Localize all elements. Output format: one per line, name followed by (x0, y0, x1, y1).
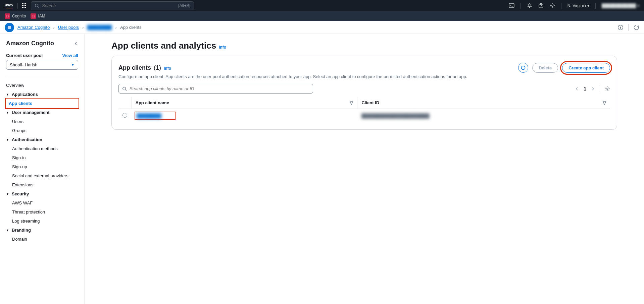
chevron-down-icon: ▼ (71, 63, 75, 67)
page-info-icon[interactable] (617, 24, 624, 31)
sidebar-scroll[interactable]: Amazon Cognito Current user pool View al… (0, 34, 85, 304)
refresh-button[interactable] (518, 63, 528, 73)
divider (600, 85, 600, 92)
account-label: ████████████ (602, 3, 636, 8)
app-clients-table: App client name ▽ Client ID ▽ ████████ █… (118, 97, 610, 123)
sidebar-item-domain[interactable]: Domain (6, 235, 78, 244)
aws-logo[interactable]: aws (5, 3, 13, 8)
divider (595, 3, 596, 9)
hamburger-icon (7, 25, 12, 30)
svg-line-7 (126, 89, 127, 91)
page-refresh-icon[interactable] (633, 24, 639, 31)
select-column-header (118, 97, 131, 109)
aws-topbar: aws [Alt+S] N. Virginia▾ ████████████▾ (0, 0, 644, 11)
sidebar-item-extensions[interactable]: Extensions (6, 180, 78, 189)
main-layout: Amazon Cognito Current user pool View al… (0, 34, 644, 304)
svg-line-1 (38, 6, 39, 8)
main-content: App clients and analytics Info App clien… (85, 34, 644, 304)
search-shortcut-hint: [Alt+S] (178, 3, 190, 8)
breadcrumb-user-pools[interactable]: User pools (58, 25, 79, 30)
app-client-name-link[interactable]: ████████ (135, 112, 175, 119)
region-selector[interactable]: N. Virginia▾ (567, 3, 589, 8)
sort-icon[interactable]: ▽ (603, 100, 606, 105)
breadcrumb-pool-name[interactable]: ████████ (87, 25, 112, 30)
topbar-utility: N. Virginia▾ ████████████▾ (509, 3, 639, 9)
help-icon[interactable] (538, 3, 544, 8)
app-client-name-value: ████████ (137, 113, 161, 118)
chevron-down-icon: ▾ (637, 3, 639, 8)
sidebar-item-sign-in[interactable]: Sign-in (6, 153, 78, 162)
sidebar-section-authentication[interactable]: Authentication (6, 135, 78, 144)
divider (521, 3, 521, 9)
sidebar-item-log-streaming[interactable]: Log streaming (6, 217, 78, 226)
sidebar-section-security[interactable]: Security (6, 189, 78, 198)
global-search-input[interactable] (42, 3, 178, 8)
svg-point-8 (607, 88, 608, 89)
row-radio[interactable] (122, 113, 127, 118)
region-label: N. Virginia (567, 3, 586, 8)
service-chip-cognito[interactable]: ⬚ Cognito (5, 13, 26, 19)
table-row: ████████ ██████████████████████ (118, 109, 610, 123)
breadcrumb-cognito[interactable]: Amazon Cognito (17, 25, 50, 30)
sidebar-item-users[interactable]: Users (6, 117, 78, 126)
filter-input[interactable] (130, 86, 309, 91)
iam-service-icon: ⬚ (31, 13, 36, 19)
create-app-client-button[interactable]: Create app client (562, 63, 610, 73)
sidebar-item-groups[interactable]: Groups (6, 126, 78, 135)
panel-info-link[interactable]: Info (164, 66, 171, 71)
cognito-service-icon: ⬚ (5, 13, 10, 19)
sidebar-item-auth-methods[interactable]: Authentication methods (6, 144, 78, 153)
notifications-icon[interactable] (527, 3, 532, 8)
page-info-link[interactable]: Info (219, 45, 226, 50)
filter-input-wrap[interactable] (118, 84, 313, 94)
delete-button[interactable]: Delete (532, 63, 558, 73)
account-menu[interactable]: ████████████▾ (602, 3, 639, 8)
divider (561, 3, 561, 9)
sidebar-section-applications[interactable]: Applications (6, 90, 78, 99)
sidebar-item-sign-up[interactable]: Sign-up (6, 162, 78, 171)
view-all-pools-link[interactable]: View all (62, 53, 78, 58)
pool-selected-value: Shopif- Harish (10, 62, 37, 67)
breadcrumb-current: App clients (120, 25, 142, 30)
column-header-label: Client ID (361, 100, 379, 105)
chevron-down-icon: ▾ (587, 3, 589, 8)
chevron-right-icon: › (115, 25, 117, 30)
nav-toggle-button[interactable] (5, 23, 14, 32)
service-chip-iam[interactable]: ⬚ IAM (31, 13, 45, 19)
global-search[interactable]: [Alt+S] (31, 1, 194, 10)
pagination: 1 (575, 85, 610, 92)
page-prev-button[interactable] (575, 87, 579, 91)
search-icon (122, 86, 127, 91)
sidebar-title: Amazon Cognito (6, 40, 54, 47)
sidebar-item-overview[interactable]: Overview (6, 81, 78, 90)
pool-selector[interactable]: Shopif- Harish ▼ (6, 60, 78, 70)
service-chip-label: IAM (38, 14, 45, 18)
sort-icon[interactable]: ▽ (350, 100, 353, 105)
table-settings-button[interactable] (605, 86, 610, 92)
sidebar-item-threat-protection[interactable]: Threat protection (6, 207, 78, 217)
sidebar-item-app-clients[interactable]: App clients (6, 99, 78, 108)
settings-gear-icon[interactable] (550, 3, 555, 8)
sidebar-collapse-button[interactable] (73, 41, 78, 46)
services-grid-icon[interactable] (22, 3, 26, 8)
refresh-icon (521, 65, 526, 70)
svg-rect-2 (509, 3, 514, 8)
sidebar-item-aws-waf[interactable]: AWS WAF (6, 198, 78, 207)
cloudshell-icon[interactable] (509, 3, 514, 8)
svg-point-0 (35, 4, 38, 7)
sidebar-section-branding[interactable]: Branding (6, 226, 78, 235)
current-pool-label: Current user pool (6, 53, 43, 58)
svg-point-6 (123, 87, 126, 90)
chevron-right-icon: › (82, 25, 84, 30)
page-next-button[interactable] (591, 87, 595, 91)
sidebar: Amazon Cognito Current user pool View al… (0, 34, 84, 250)
sidebar-item-social-providers[interactable]: Social and external providers (6, 171, 78, 180)
chevron-right-icon (591, 87, 595, 91)
column-header-id[interactable]: Client ID ▽ (357, 97, 610, 109)
sidebar-section-user-management[interactable]: User management (6, 108, 78, 117)
column-header-name[interactable]: App client name ▽ (131, 97, 357, 109)
aws-logo-smile-icon (5, 7, 13, 8)
page-title: App clients and analytics (111, 41, 216, 51)
recent-services-bar: ⬚ Cognito ⬚ IAM (0, 11, 644, 21)
column-header-label: App client name (136, 100, 169, 105)
